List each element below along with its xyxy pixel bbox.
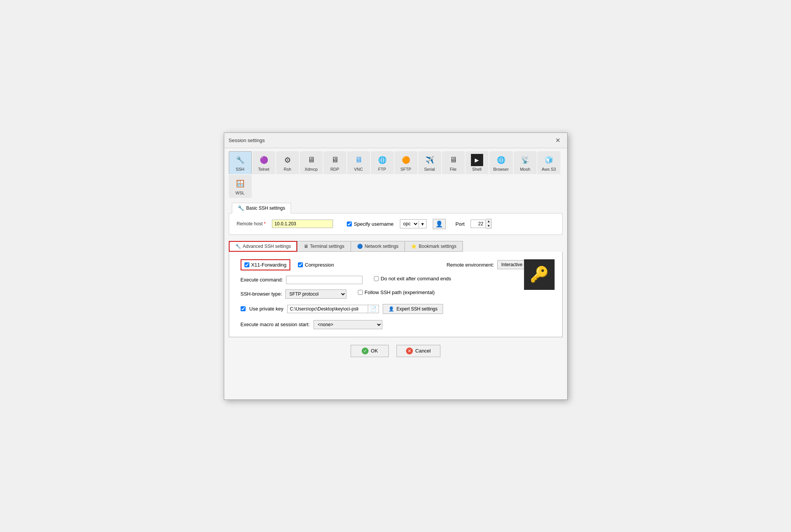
tab-xdmcp[interactable]: 🖥 Xdmcp (300, 151, 323, 174)
tab-network-settings[interactable]: 🔵 Network settings (351, 241, 405, 252)
basic-ssh-tab[interactable]: 🔧 Basic SSH settings (232, 203, 291, 213)
row-execute-macro: Execute macro at session start: <none> (241, 320, 551, 329)
row-x11-compression: X11-Forwarding Compression Remote enviro… (241, 259, 551, 270)
tab-telnet[interactable]: 🟣 Telnet (252, 151, 275, 174)
tab-ftp-label: FTP (378, 167, 386, 171)
advanced-content-panel: X11-Forwarding Compression Remote enviro… (229, 252, 563, 337)
tab-wsl[interactable]: 🪟 WSL (229, 175, 252, 198)
key-image: 🔑 (524, 259, 555, 290)
port-up-arrow[interactable]: ▲ (486, 219, 491, 224)
ok-button[interactable]: ✓ OK (351, 345, 389, 357)
expert-ssh-button[interactable]: 👤 Expert SSH settings (383, 304, 443, 314)
row-execute-command: Execute command: Do not exit after comma… (241, 276, 551, 284)
sftp-icon: 🟠 (400, 154, 412, 166)
port-label: Port (456, 221, 465, 227)
rsh-icon: ⚙ (281, 154, 294, 166)
wsl-icon: 🪟 (234, 178, 246, 190)
close-button[interactable]: ✕ (553, 136, 563, 145)
file-icon: 🖥 (447, 154, 459, 166)
shell-icon: ▶ (471, 154, 483, 166)
protocol-tabs-container: 🔧 SSH 🟣 Telnet ⚙ Rsh 🖥 Xdmcp 🖥 RDP 🖥 VNC… (224, 148, 567, 198)
port-input[interactable] (471, 220, 486, 228)
tab-awss3[interactable]: 🧊 Aws S3 (537, 151, 560, 174)
x11-forwarding-checkbox[interactable] (244, 262, 249, 267)
advanced-ssh-icon: 🔧 (235, 244, 241, 249)
tab-terminal-settings[interactable]: 🖥 Terminal settings (297, 241, 351, 252)
tab-xdmcp-label: Xdmcp (304, 167, 317, 171)
follow-ssh-path-checkbox[interactable] (358, 290, 363, 295)
tab-bookmark-settings[interactable]: ⭐ Bookmark settings (404, 241, 463, 252)
telnet-icon: 🟣 (258, 154, 270, 166)
execute-command-input[interactable] (286, 276, 362, 284)
tab-file[interactable]: 🖥 File (442, 151, 465, 174)
tab-shell[interactable]: ▶ Shell (466, 151, 489, 174)
tab-rsh-label: Rsh (284, 167, 291, 171)
remote-host-label: Remote host * (237, 221, 266, 226)
username-select[interactable]: opc (400, 220, 419, 228)
xdmcp-icon: 🖥 (305, 154, 317, 166)
network-label: Network settings (365, 244, 399, 249)
do-not-exit-checkbox[interactable] (374, 276, 379, 281)
do-not-exit-label: Do not exit after command ends (381, 276, 451, 281)
user-icon-button[interactable]: 👤 (433, 219, 446, 229)
browser-icon: 🌐 (495, 154, 507, 166)
tab-telnet-label: Telnet (258, 167, 269, 171)
ssh-browser-type-select[interactable]: SFTP protocol SCP protocol (285, 289, 346, 299)
tab-advanced-ssh[interactable]: 🔧 Advanced SSH settings (229, 241, 297, 252)
bookmark-label: Bookmark settings (419, 244, 456, 249)
specify-username-checkbox[interactable] (347, 222, 352, 226)
tab-ssh[interactable]: 🔧 SSH (229, 151, 252, 174)
tab-awss3-label: Aws S3 (542, 167, 556, 171)
ftp-icon: 🌐 (376, 154, 388, 166)
tab-ftp[interactable]: 🌐 FTP (371, 151, 394, 174)
tab-vnc[interactable]: 🖥 VNC (347, 151, 370, 174)
ssh-icon: 🔧 (234, 154, 246, 166)
tab-rsh[interactable]: ⚙ Rsh (276, 151, 299, 174)
ok-label: OK (371, 348, 378, 354)
compression-checkbox[interactable] (298, 262, 303, 267)
dialog-title: Session settings (229, 137, 265, 143)
expert-ssh-icon: 👤 (388, 306, 394, 312)
serial-icon: ✈️ (424, 154, 436, 166)
tab-mosh[interactable]: 📡 Mosh (514, 151, 537, 174)
execute-macro-label: Execute macro at session start: (241, 322, 310, 327)
execute-macro-select[interactable]: <none> (314, 320, 382, 329)
compression-group: Compression (298, 262, 334, 268)
remote-host-input[interactable] (272, 220, 333, 228)
terminal-label: Terminal settings (310, 244, 345, 249)
basic-ssh-content: Remote host * Specify username opc ▾ 👤 P… (229, 213, 563, 235)
port-down-arrow[interactable]: ▼ (486, 224, 491, 228)
x11-forwarding-label: X11-Forwarding (251, 262, 287, 268)
bottom-buttons-area: ✓ OK ✕ Cancel (224, 337, 567, 365)
use-private-key-checkbox[interactable] (241, 306, 246, 311)
tab-browser-label: Browser (493, 167, 509, 171)
ssh-browser-type-label: SSH-browser type: (241, 291, 282, 297)
tab-browser[interactable]: 🌐 Browser (489, 151, 513, 174)
tab-sftp[interactable]: 🟠 SFTP (395, 151, 417, 174)
basic-ssh-tab-label: Basic SSH settings (246, 205, 285, 211)
follow-ssh-path-group: Follow SSH path (experimental) (358, 289, 435, 295)
tab-serial[interactable]: ✈️ Serial (418, 151, 441, 174)
tab-shell-label: Shell (472, 167, 481, 171)
title-bar: Session settings ✕ (224, 133, 567, 148)
tab-rdp-label: RDP (330, 167, 339, 171)
file-browse-icon[interactable]: 📄 (368, 305, 379, 313)
x11-forwarding-group: X11-Forwarding (241, 259, 291, 270)
cancel-label: Cancel (415, 348, 430, 354)
tab-rdp[interactable]: 🖥 RDP (324, 151, 346, 174)
session-settings-dialog: Session settings ✕ 🔧 SSH 🟣 Telnet ⚙ Rsh … (224, 133, 568, 400)
execute-command-group: Execute command: (241, 276, 362, 284)
tab-wsl-label: WSL (236, 191, 245, 195)
terminal-icon: 🖥 (304, 244, 308, 249)
use-private-key-label: Use private key (249, 306, 284, 312)
ok-icon: ✓ (362, 348, 369, 354)
cancel-button[interactable]: ✕ Cancel (396, 345, 440, 357)
compression-label: Compression (305, 262, 334, 268)
advanced-tabs-container: 🔧 Advanced SSH settings 🖥 Terminal setti… (229, 241, 563, 252)
private-key-path-input[interactable] (288, 305, 368, 313)
do-not-exit-group: Do not exit after command ends (374, 276, 451, 281)
expert-ssh-label: Expert SSH settings (396, 306, 437, 312)
network-icon: 🔵 (357, 244, 363, 249)
username-dropdown[interactable]: opc ▾ (400, 219, 427, 228)
rdp-icon: 🖥 (329, 154, 341, 166)
